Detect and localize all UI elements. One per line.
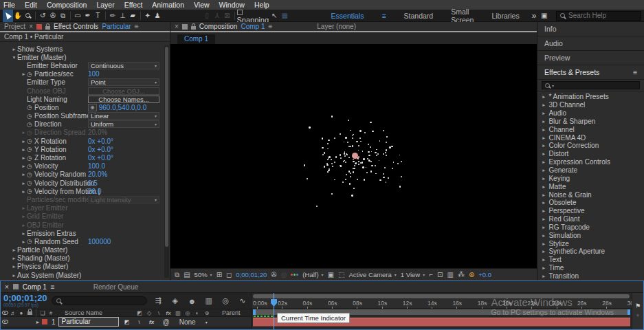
expander-icon[interactable]: ►: [542, 111, 546, 116]
expander-icon[interactable]: ►: [11, 264, 17, 269]
expander-icon[interactable]: ►: [542, 160, 546, 164]
expander-icon[interactable]: ►: [542, 217, 546, 221]
effect-controls-scrollbar[interactable]: [164, 45, 169, 278]
expander-icon[interactable]: ►: [542, 225, 546, 230]
viewer-tab-comp1[interactable]: Comp 1: [177, 34, 215, 44]
time-ruler[interactable]: 0:00s02s04s06s08s10s12s14s16s18s20s22s24…: [252, 299, 632, 309]
panel-preview[interactable]: Preview: [537, 51, 644, 65]
expander-icon[interactable]: ►: [542, 208, 546, 213]
expander-icon[interactable]: ►: [21, 172, 27, 177]
expander-icon[interactable]: ►: [542, 274, 546, 278]
expander-icon[interactable]: ►: [11, 256, 17, 261]
brush-tool-button[interactable]: ✏: [107, 10, 118, 21]
rectangle-tool-button[interactable]: ▭: [73, 10, 83, 21]
property-dropdown[interactable]: Linear▾: [88, 112, 159, 120]
workspace-switcher-icon[interactable]: ▣: [539, 10, 549, 21]
effects-category-red-giant[interactable]: ►Red Giant: [537, 215, 644, 223]
expander-icon[interactable]: ►: [542, 257, 546, 262]
fast-previews-icon[interactable]: ⊡: [437, 271, 443, 278]
stopwatch-icon[interactable]: ◷: [27, 238, 34, 245]
reset-exposure-icon[interactable]: ⊛: [469, 271, 474, 278]
effects-category-obsolete[interactable]: ►Obsolete: [537, 199, 644, 207]
resolution-dropdown[interactable]: (Half)▾: [302, 271, 323, 278]
expander-icon[interactable]: ►: [542, 119, 546, 124]
expander-icon[interactable]: ►: [21, 189, 27, 194]
effects-category-distort[interactable]: ►Distort: [537, 150, 644, 158]
eraser-tool-button[interactable]: ▰: [128, 10, 138, 21]
expander-icon[interactable]: ►: [542, 127, 546, 132]
effects-category-3d-channel[interactable]: ►3D Channel: [537, 101, 644, 109]
effects-category-text[interactable]: ►Text: [537, 256, 644, 264]
property-dropdown[interactable]: Uniform▾: [88, 120, 159, 128]
layer-row[interactable]: ► 1 Particular ◩ \ fx @ None ▾: [1, 317, 251, 327]
stopwatch-icon[interactable]: ◷: [27, 163, 34, 170]
expander-icon[interactable]: ►: [21, 147, 27, 152]
time-navigator[interactable]: [253, 294, 630, 298]
property-dropdown[interactable]: Point▾: [88, 78, 159, 86]
tab-render-queue[interactable]: Render Queue: [93, 283, 139, 291]
workspace-menu-icon[interactable]: ≡: [381, 12, 386, 20]
panel-effects-presets[interactable]: Effects & Presets ≡: [537, 65, 644, 80]
property-value[interactable]: 0x +0.0°: [88, 146, 113, 153]
expander-icon[interactable]: ►: [21, 181, 27, 186]
magnification-dropdown[interactable]: 50%▾: [195, 271, 212, 278]
roto-brush-tool-button[interactable]: ✦: [142, 10, 153, 21]
region-of-interest-icon[interactable]: ▣: [328, 271, 334, 278]
effects-category-matte[interactable]: ►Matte: [537, 182, 644, 190]
view-layout-dropdown[interactable]: 1 View▾: [401, 271, 425, 278]
effects-category-color-correction[interactable]: ►Color Correction: [537, 142, 644, 150]
property-value[interactable]: 100000: [88, 238, 111, 245]
tab-effect-controls[interactable]: Effect Controls: [54, 23, 98, 30]
tab-layer[interactable]: Layer (none): [317, 23, 356, 30]
lock-icon[interactable]: [45, 26, 50, 30]
property-dropdown[interactable]: Continuous▾: [88, 62, 159, 69]
panel-menu-icon[interactable]: ≡: [135, 23, 139, 30]
panel-menu-icon[interactable]: ≡: [51, 283, 55, 291]
pen-tool-button[interactable]: ✒: [82, 10, 93, 21]
property-value[interactable]: 20.0: [88, 188, 101, 195]
expander-icon[interactable]: ►: [21, 239, 27, 244]
crosshair-icon[interactable]: ⊕: [88, 104, 97, 111]
expander-icon[interactable]: ►: [21, 155, 27, 160]
zoom-tool-button[interactable]: [23, 10, 33, 21]
type-tool-button[interactable]: T: [93, 10, 103, 21]
menu-view[interactable]: View: [194, 1, 210, 9]
stopwatch-icon[interactable]: ◷: [27, 104, 34, 111]
menu-file[interactable]: File: [3, 1, 15, 9]
workspace-standard[interactable]: Standard: [404, 12, 434, 20]
expander-icon[interactable]: ►: [542, 102, 546, 107]
preview-timecode[interactable]: 0;00;01;20: [236, 271, 267, 278]
tab-project[interactable]: Project: [4, 23, 25, 30]
effects-category-audio[interactable]: ►Audio: [537, 109, 644, 118]
panel-info[interactable]: Info: [537, 22, 644, 36]
pickwhip-icon[interactable]: @: [163, 318, 170, 326]
camera-tool-button[interactable]: ✇: [48, 10, 58, 21]
property-dropdown[interactable]: Light Intensity▾: [88, 196, 159, 204]
rotate-tool-button[interactable]: ↺: [38, 10, 48, 21]
graph-editor-icon[interactable]: ∿: [237, 296, 249, 305]
close-icon[interactable]: ×: [175, 23, 179, 30]
effects-search-input[interactable]: ▾: [542, 81, 640, 89]
layer-label-chip[interactable]: [42, 319, 47, 324]
expander-icon[interactable]: ►: [542, 184, 546, 189]
marker-bin-icon[interactable]: ⚑: [635, 302, 641, 309]
expander-icon[interactable]: ►: [542, 233, 546, 238]
expander-icon[interactable]: ►: [542, 176, 546, 181]
mini-flowchart-icon[interactable]: ⇶: [153, 296, 164, 305]
effects-category-keying[interactable]: ►Keying: [537, 174, 644, 182]
stopwatch-icon[interactable]: ◷: [27, 179, 34, 186]
expander-icon[interactable]: ►: [11, 47, 17, 52]
hand-tool-button[interactable]: ✋: [13, 10, 23, 21]
expander-icon[interactable]: ►: [11, 273, 17, 278]
expander-icon[interactable]: ►: [542, 135, 546, 140]
workspace-essentials[interactable]: Essentials: [331, 12, 364, 20]
close-icon[interactable]: ×: [29, 23, 33, 30]
effects-category-stylize[interactable]: ►Stylize: [537, 239, 644, 248]
property-value[interactable]: 100.0: [88, 162, 105, 170]
composition-viewport[interactable]: [170, 44, 537, 268]
lock-icon[interactable]: [191, 26, 196, 30]
workspace-libraries[interactable]: Libraries: [491, 12, 519, 20]
property-value[interactable]: 960.0,540.0,0.0: [99, 104, 147, 111]
exposure-value[interactable]: +0.0: [478, 271, 491, 278]
work-area-end[interactable]: [628, 309, 630, 315]
